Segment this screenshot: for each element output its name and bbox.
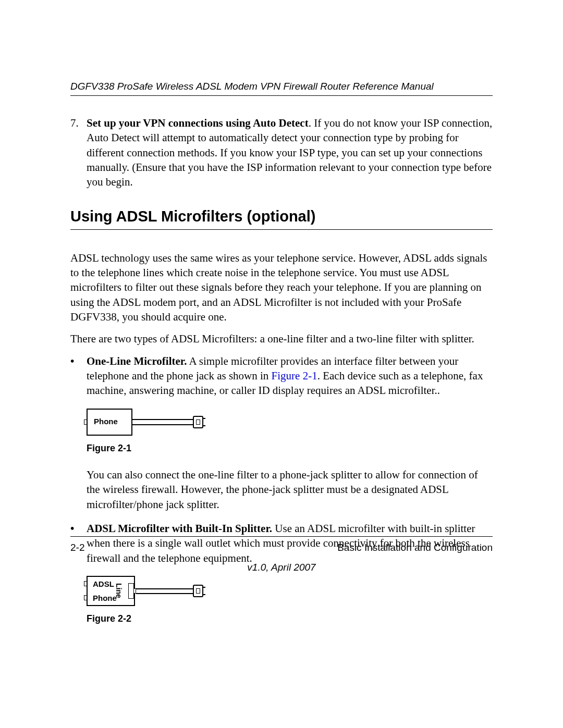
header-rule <box>70 95 493 96</box>
adsl-port-icon <box>84 581 87 586</box>
figure-2-2-caption: Figure 2-2 <box>87 613 493 624</box>
step-7: 7. Set up your VPN connections using Aut… <box>70 116 493 190</box>
phone-port-icon <box>84 419 87 425</box>
section-rule <box>70 229 493 230</box>
plug-icon <box>193 585 203 597</box>
footer-rule <box>70 536 493 537</box>
step-number: 7. <box>70 116 87 190</box>
adsl-label: ADSL <box>93 579 114 588</box>
phone-label: Phone <box>93 594 117 602</box>
figure-2-1-link[interactable]: Figure 2-1 <box>272 369 317 382</box>
section-heading: Using ADSL Microfilters (optional) <box>70 208 493 225</box>
page-number: 2-2 <box>70 542 84 553</box>
plug-pin-icon <box>203 594 205 595</box>
step-body: Set up your VPN connections using Auto D… <box>87 116 493 190</box>
bullet-mark: • <box>70 354 87 398</box>
bullet1-bold: One-Line Microfilter. <box>87 355 187 367</box>
line-label: Line <box>115 583 123 598</box>
bullet2-bold: ADSL Microfilter with Built-In Splitter. <box>87 522 272 535</box>
page-footer: 2-2 Basic Installation and Configuration… <box>70 536 493 573</box>
chapter-title: Basic Installation and Configuration <box>337 542 493 553</box>
plug-icon <box>193 416 203 428</box>
plug-pin-icon <box>203 425 205 426</box>
paragraph-2: There are two types of ADSL Microfilters… <box>70 331 493 346</box>
wire-icon <box>136 593 193 594</box>
wire-icon <box>136 588 193 589</box>
paragraph-1: ADSL technology uses the same wires as y… <box>70 251 493 325</box>
bullet-body: One-Line Microfilter. A simple microfilt… <box>87 354 493 398</box>
wire-icon <box>132 419 193 420</box>
sub-paragraph-1: You can also connect the one-line filter… <box>87 467 493 512</box>
figure-2-2: ADSL Phone Line Figure 2-2 <box>87 576 493 624</box>
doc-version: v1.0, April 2007 <box>70 562 493 573</box>
plug-pin-icon <box>203 418 205 419</box>
bullet-one-line: • One-Line Microfilter. A simple microfi… <box>70 354 493 398</box>
step-bold: Set up your VPN connections using Auto D… <box>87 117 309 129</box>
wire-icon <box>132 424 193 425</box>
microfilter-diagram-2: ADSL Phone Line <box>87 576 205 606</box>
manual-title: DGFV338 ProSafe Wireless ADSL Modem VPN … <box>70 81 493 92</box>
figure-2-1-caption: Figure 2-1 <box>87 443 493 454</box>
microfilter-diagram-1: Phone <box>87 409 205 436</box>
phone-port-icon <box>84 595 87 600</box>
figure-2-1: Phone Figure 2-1 <box>87 409 493 454</box>
plug-pin-icon <box>203 587 205 588</box>
phone-label: Phone <box>94 417 118 426</box>
